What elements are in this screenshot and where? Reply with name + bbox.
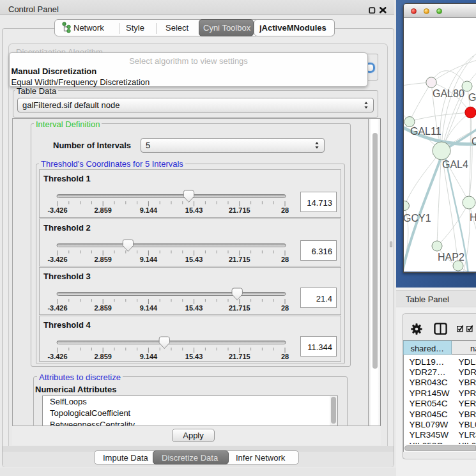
svg-text:-3.426: -3.426 [47, 353, 67, 360]
svg-text:2.859: 2.859 [94, 353, 112, 360]
svg-text:-3.426: -3.426 [47, 206, 67, 214]
svg-text:28: 28 [281, 256, 289, 263]
svg-text:H: H [470, 212, 476, 223]
svg-text:HAP2: HAP2 [438, 252, 464, 263]
svg-text:21.715: 21.715 [229, 256, 250, 263]
svg-text:15.43: 15.43 [185, 256, 203, 263]
svg-text:28: 28 [281, 304, 289, 312]
svg-text:GAL11: GAL11 [410, 126, 441, 137]
svg-text:C: C [472, 136, 476, 147]
svg-text:-3.426: -3.426 [47, 256, 67, 263]
svg-text:15.43: 15.43 [185, 353, 203, 360]
svg-text:21.715: 21.715 [229, 353, 250, 360]
svg-text:9.144: 9.144 [140, 353, 158, 360]
svg-text:9.144: 9.144 [140, 256, 158, 263]
svg-text:21.715: 21.715 [229, 304, 250, 312]
svg-text:15.43: 15.43 [185, 304, 203, 312]
svg-text:GAL80: GAL80 [433, 88, 464, 99]
svg-text:-3.426: -3.426 [47, 304, 67, 312]
svg-text:9.144: 9.144 [140, 206, 158, 214]
svg-text:GA: GA [468, 92, 476, 103]
svg-text:15.43: 15.43 [185, 206, 203, 214]
svg-text:28: 28 [281, 353, 289, 360]
svg-text:21.715: 21.715 [229, 206, 250, 214]
svg-text:2.859: 2.859 [94, 304, 112, 312]
svg-text:2.859: 2.859 [94, 256, 112, 263]
svg-text:2.859: 2.859 [94, 206, 112, 214]
svg-text:GAL4: GAL4 [442, 159, 468, 170]
svg-text:GCY1: GCY1 [404, 213, 431, 224]
svg-text:9.144: 9.144 [140, 304, 158, 312]
svg-text:28: 28 [281, 206, 289, 214]
